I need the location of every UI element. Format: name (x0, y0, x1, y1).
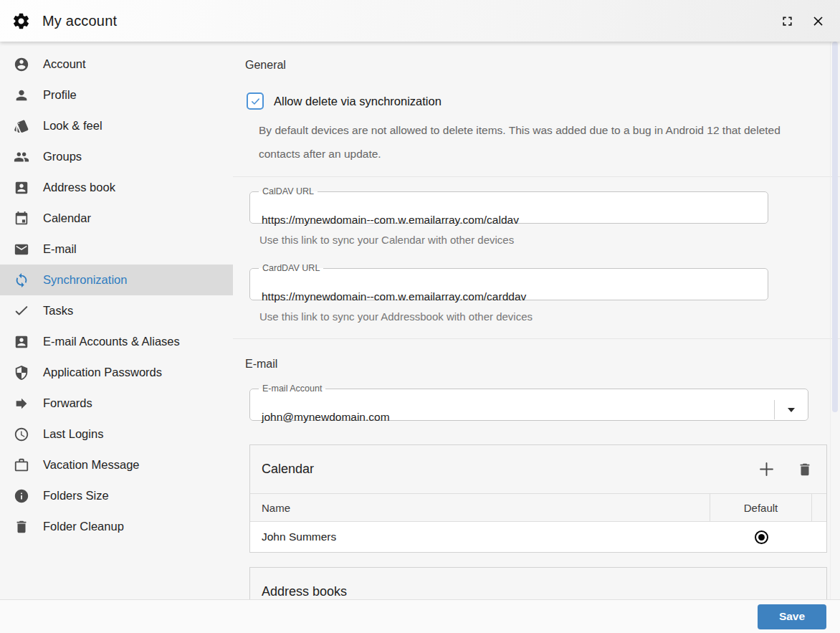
shield-icon (14, 365, 31, 381)
calendar-default-cell (711, 530, 812, 544)
trash-icon (14, 519, 31, 535)
sidebar-item-groups[interactable]: Groups (0, 141, 233, 172)
account-circle-icon (14, 57, 31, 72)
calendar-table-header: Name Default (250, 493, 826, 521)
calendar-card-header: Calendar (250, 445, 826, 493)
sidebar-item-email[interactable]: E-mail (0, 234, 233, 265)
briefcase-icon (14, 457, 31, 473)
sidebar-item-folders-size[interactable]: Folders Size (0, 480, 233, 511)
person-icon (14, 87, 31, 103)
sidebar-item-email-accounts-aliases[interactable]: E-mail Accounts & Aliases (0, 326, 233, 357)
clock-icon (14, 427, 31, 442)
sidebar-item-last-logins[interactable]: Last Logins (0, 419, 233, 449)
sidebar-item-label: Account (43, 57, 86, 71)
sidebar-item-label: Forwards (43, 396, 92, 410)
sidebar-item-label: Look & feel (43, 119, 102, 133)
calendar-icon (14, 211, 31, 227)
calendar-card: Calendar Name Default John Summers (249, 444, 827, 553)
titlebar: My account (0, 0, 840, 42)
sidebar-item-folder-cleanup[interactable]: Folder Cleanup (0, 511, 233, 542)
allow-delete-description: By default devices are not allowed to de… (259, 118, 816, 166)
synchronization-settings-panel: General Allow delete via synchronization… (233, 42, 840, 599)
check-icon (250, 96, 261, 107)
sidebar-item-vacation-message[interactable]: Vacation Message (0, 449, 233, 480)
column-spacer (812, 494, 826, 521)
allow-delete-checkbox[interactable] (247, 92, 264, 110)
sidebar-item-label: Vacation Message (43, 458, 140, 472)
allow-delete-row: Allow delete via synchronization (247, 92, 821, 110)
gear-icon (11, 11, 31, 31)
save-button[interactable]: Save (758, 604, 826, 629)
address-books-card: Address books (249, 567, 827, 599)
forward-arrow-icon (14, 396, 31, 411)
sync-icon (14, 272, 31, 288)
sidebar-item-tasks[interactable]: Tasks (0, 295, 233, 326)
sidebar-item-label: Folder Cleanup (43, 520, 124, 533)
carddav-url-value[interactable]: https://mynewdomain--com.w.emailarray.co… (262, 290, 526, 303)
add-calendar-icon[interactable] (757, 460, 776, 479)
window-title: My account (42, 13, 117, 29)
allow-delete-label[interactable]: Allow delete via synchronization (274, 95, 442, 108)
fullscreen-icon[interactable] (780, 14, 795, 29)
contact-box-icon (14, 180, 31, 196)
sidebar-item-label: Tasks (43, 304, 73, 318)
sidebar-item-synchronization[interactable]: Synchronization (0, 265, 233, 295)
radio-dot (758, 534, 765, 541)
groups-icon (14, 149, 31, 165)
address-books-card-title: Address books (262, 584, 347, 599)
envelope-icon (14, 242, 31, 257)
sidebar-item-label: E-mail Accounts & Aliases (43, 335, 180, 348)
contact-box-icon (14, 334, 31, 350)
sidebar-item-label: Last Logins (43, 427, 103, 441)
sidebar-item-application-passwords[interactable]: Application Passwords (0, 357, 233, 388)
section-divider (233, 176, 840, 177)
sidebar-item-label: Calendar (43, 211, 91, 225)
sidebar: Account Profile Look & feel Groups Addre… (0, 42, 233, 633)
close-icon[interactable] (811, 14, 826, 29)
sidebar-item-account[interactable]: Account (0, 49, 233, 80)
calendar-table-row[interactable]: John Summers (250, 521, 826, 552)
calendar-card-actions (757, 460, 813, 479)
sidebar-item-label: Address book (43, 181, 115, 194)
address-books-card-header: Address books (250, 568, 826, 599)
email-account-value[interactable]: john@mynewdomain.com (262, 411, 390, 424)
scrollbar-thumb[interactable] (832, 42, 838, 412)
general-heading: General (245, 59, 821, 72)
column-header-name: Name (250, 494, 710, 521)
sidebar-item-look-and-feel[interactable]: Look & feel (0, 110, 233, 141)
carddav-helper-text: Use this link to sync your Addressbook w… (259, 310, 821, 323)
sidebar-item-forwards[interactable]: Forwards (0, 388, 233, 419)
section-divider (233, 338, 840, 339)
sidebar-item-label: E-mail (43, 242, 77, 256)
carddav-url-field[interactable]: CardDAV URL https://mynewdomain--com.w.e… (249, 263, 768, 300)
sidebar-item-calendar[interactable]: Calendar (0, 203, 233, 234)
email-account-label: E-mail Account (259, 384, 325, 394)
sidebar-item-label: Groups (43, 150, 82, 163)
column-header-default: Default (710, 494, 812, 521)
info-icon (14, 488, 31, 504)
delete-calendar-icon[interactable] (797, 462, 813, 477)
calendar-card-title: Calendar (262, 462, 314, 477)
dropdown-button[interactable] (774, 400, 808, 419)
scrollbar[interactable] (830, 42, 840, 599)
email-account-select[interactable]: E-mail Account john@mynewdomain.com (249, 384, 808, 421)
style-icon (14, 118, 31, 134)
sidebar-item-label: Application Passwords (43, 366, 162, 379)
email-heading: E-mail (245, 358, 821, 371)
sidebar-item-label: Folders Size (43, 489, 109, 503)
caldav-url-label: CalDAV URL (259, 186, 318, 196)
chevron-down-icon (788, 408, 795, 412)
default-radio[interactable] (755, 530, 768, 544)
sidebar-item-profile[interactable]: Profile (0, 80, 233, 110)
caldav-helper-text: Use this link to sync your Calendar with… (259, 234, 821, 246)
sidebar-item-label: Synchronization (43, 273, 127, 287)
calendar-name-cell: John Summers (250, 530, 711, 543)
checkmark-icon (14, 303, 31, 319)
sidebar-item-address-book[interactable]: Address book (0, 172, 233, 203)
footer-bar: Save (0, 599, 840, 633)
caldav-url-value[interactable]: https://mynewdomain--com.w.emailarray.co… (262, 214, 519, 227)
carddav-url-label: CardDAV URL (259, 263, 323, 273)
caldav-url-field[interactable]: CalDAV URL https://mynewdomain--com.w.em… (249, 186, 768, 224)
sidebar-item-label: Profile (43, 88, 77, 102)
